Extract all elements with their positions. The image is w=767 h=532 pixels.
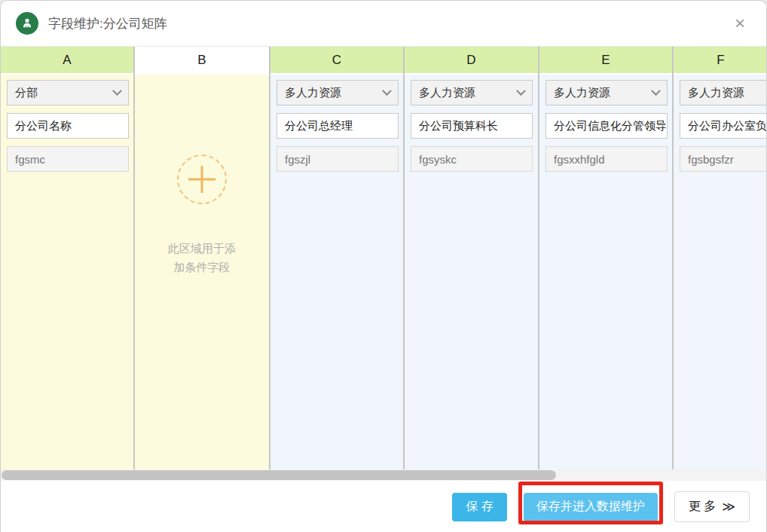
select-value: 多人力资源 [554, 86, 652, 100]
horizontal-scrollbar-track[interactable] [1, 469, 767, 481]
column-f-code-input[interactable]: fgsbgsfzr [680, 146, 767, 172]
person-badge-icon [16, 12, 38, 35]
close-icon[interactable]: × [729, 11, 751, 35]
column-a: A 分部 分公司名称 fgsmc [1, 47, 135, 469]
column-e-body: 多人力资源 分公司信息化分管领导 fgsxxhfgld [539, 75, 672, 469]
column-e-label-input[interactable]: 分公司信息化分管领导 [545, 113, 668, 139]
add-condition-field-area[interactable]: 此区域用于添加条件字段 [135, 75, 269, 469]
column-c-body: 多人力资源 分公司总经理 fgszjl [270, 75, 403, 469]
chevron-down-icon [516, 86, 526, 96]
column-header-f[interactable]: F [674, 47, 767, 75]
column-f-body: 多人力资源 分公司办公室负责人 fgsbgsfzr [674, 75, 767, 469]
double-chevron-right-icon: ≫ [722, 499, 735, 515]
matrix-grid: A 分部 分公司名称 fgsmc B 此区域用于添加条件字段 C [1, 47, 767, 469]
add-condition-hint: 此区域用于添加条件字段 [166, 240, 238, 277]
column-c: C 多人力资源 分公司总经理 fgszjl [270, 47, 405, 469]
select-value: 分部 [15, 86, 114, 100]
column-c-type-select[interactable]: 多人力资源 [277, 80, 399, 105]
column-header-d[interactable]: D [405, 47, 538, 75]
select-value: 多人力资源 [285, 86, 384, 100]
column-a-body: 分部 分公司名称 fgsmc [1, 75, 133, 469]
column-c-code-input[interactable]: fgszjl [277, 146, 399, 172]
dialog-title: 字段维护:分公司矩阵 [48, 15, 167, 32]
column-d-body: 多人力资源 分公司预算科长 fgsyskc [405, 75, 538, 469]
column-d: D 多人力资源 分公司预算科长 fgsyskc [405, 47, 539, 469]
save-and-enter-data-maintenance-button[interactable]: 保存并进入数据维护 [524, 493, 658, 521]
save-button[interactable]: 保 存 [452, 493, 506, 521]
column-c-label-input[interactable]: 分公司总经理 [277, 113, 399, 139]
column-e-code-input[interactable]: fgsxxhfgld [545, 146, 668, 172]
column-a-code-input[interactable]: fgsmc [7, 146, 129, 172]
column-d-label-input[interactable]: 分公司预算科长 [411, 113, 533, 139]
chevron-down-icon [651, 86, 661, 96]
column-e-type-select[interactable]: 多人力资源 [545, 80, 668, 105]
column-header-e[interactable]: E [539, 47, 672, 75]
column-d-code-input[interactable]: fgsyskc [411, 146, 533, 172]
field-maintenance-dialog: 字段维护:分公司矩阵 × A 分部 分公司名称 fgsmc B 此区域用于添加条… [0, 0, 767, 532]
column-a-type-select[interactable]: 分部 [7, 80, 129, 105]
chevron-down-icon [382, 86, 392, 96]
select-value: 多人力资源 [419, 86, 518, 100]
dialog-titlebar: 字段维护:分公司矩阵 × [1, 1, 766, 47]
column-f-type-select[interactable]: 多人力资源 [680, 80, 767, 105]
column-b: B 此区域用于添加条件字段 [135, 47, 270, 469]
add-icon[interactable] [177, 154, 227, 204]
column-header-c[interactable]: C [270, 47, 403, 75]
chevron-down-icon [112, 86, 122, 96]
select-value: 多人力资源 [688, 86, 767, 100]
more-button-label: 更 多 [689, 499, 716, 515]
column-f: F 多人力资源 分公司办公室负责人 fgsbgsfzr [674, 47, 767, 469]
more-button[interactable]: 更 多 ≫ [674, 491, 750, 522]
column-a-label-input[interactable]: 分公司名称 [7, 113, 129, 139]
column-header-b[interactable]: B [135, 47, 269, 75]
highlighted-button-wrap: 保存并进入数据维护 [524, 493, 658, 521]
horizontal-scrollbar-thumb[interactable] [2, 470, 556, 480]
column-e: E 多人力资源 分公司信息化分管领导 fgsxxhfgld [539, 47, 674, 469]
column-f-label-input[interactable]: 分公司办公室负责人 [680, 113, 767, 139]
column-header-a[interactable]: A [1, 47, 133, 75]
column-d-type-select[interactable]: 多人力资源 [411, 80, 533, 105]
dialog-footer: 保 存 保存并进入数据维护 更 多 ≫ [1, 481, 766, 532]
